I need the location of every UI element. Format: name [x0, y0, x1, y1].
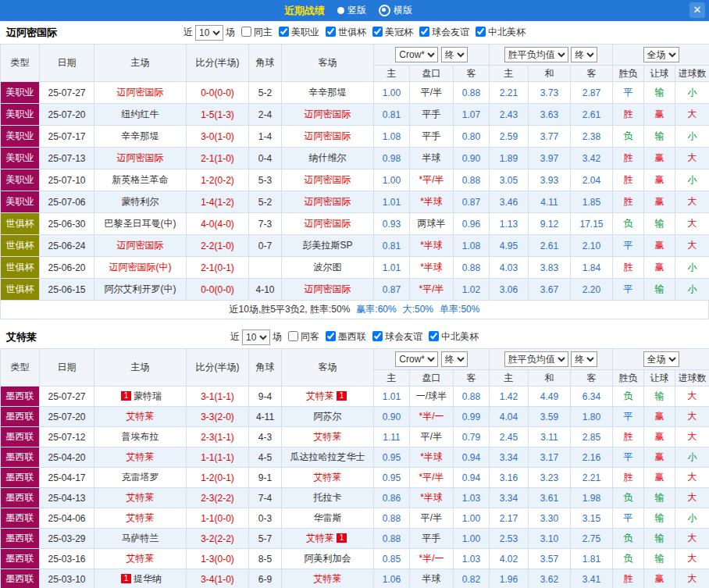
checkbox-icon[interactable]	[419, 27, 429, 37]
europe-home-odds: 2.53	[490, 529, 529, 549]
filter-checkbox[interactable]: 中北美杯	[476, 27, 526, 37]
scope-select[interactable]: 全场	[643, 351, 679, 367]
filter-checkbox[interactable]: 美职业	[279, 27, 319, 37]
checkbox-icon[interactable]	[326, 27, 336, 37]
team-link[interactable]: 迈阿密国际	[305, 109, 351, 119]
team-link[interactable]: 纳什维尔	[309, 152, 347, 163]
result-handicap: 输	[644, 529, 675, 549]
team-link[interactable]: 艾特莱	[126, 553, 155, 564]
match-row: 墨西联25-04-20艾特莱1-1(1-1)4-5瓜达拉哈拉芝华士0.95*半球…	[1, 447, 709, 468]
home-team-cell: 马萨特兰	[94, 529, 187, 549]
team-link[interactable]: 普埃布拉	[122, 431, 159, 442]
filter-checkbox[interactable]: 墨西联	[326, 331, 366, 342]
europe-away-odds: 2.38	[571, 126, 613, 148]
team-link[interactable]: 艾特莱	[306, 533, 334, 543]
final-europe-select[interactable]: 终	[571, 351, 597, 367]
checkbox-icon[interactable]	[326, 331, 336, 341]
league-cell: 墨西联	[1, 407, 40, 427]
team-link[interactable]: 迈阿密国际	[305, 283, 351, 294]
europe-odds-select[interactable]: 胜平负均值	[504, 351, 568, 367]
team-link[interactable]: 艾特莱	[126, 512, 155, 523]
filter-checkbox[interactable]: 球会友谊	[419, 27, 469, 37]
team-link[interactable]: 辛辛那堤	[122, 130, 159, 141]
team-link[interactable]: 托拉卡	[314, 492, 342, 503]
match-row: 墨西联25-07-12普埃布拉2-3(1-1)4-3艾特莱1.11平/半0.79…	[1, 427, 709, 447]
league-cell: 墨西联	[1, 468, 40, 488]
team-link[interactable]: 艾特莱	[314, 573, 342, 584]
team-link[interactable]: 艾特莱	[126, 492, 155, 503]
handicap-away-odds: 1.07	[454, 104, 490, 126]
team-link[interactable]: 艾特莱	[314, 472, 342, 483]
team-link[interactable]: 提华纳	[134, 573, 162, 584]
team-link[interactable]: 阿苏尔	[314, 411, 342, 422]
filter-checkbox[interactable]: 球会友谊	[372, 331, 422, 342]
score-cell: 3-1(1-1)	[187, 387, 249, 407]
filter-checkbox[interactable]: 同主	[241, 27, 273, 37]
checkbox-icon[interactable]	[241, 27, 251, 37]
checkbox-icon[interactable]	[288, 331, 298, 341]
final-odds-select[interactable]: 终	[441, 351, 468, 367]
handicap-line: *半球	[410, 447, 454, 468]
team-link[interactable]: 巴黎圣日耳曼(中)	[105, 218, 176, 229]
checkbox-icon[interactable]	[372, 331, 383, 341]
bookmaker-select[interactable]: Crow*	[395, 47, 438, 62]
team-link[interactable]: 纽约红牛	[122, 109, 159, 119]
team-link[interactable]: 迈阿密国际	[305, 196, 351, 207]
filter-checkbox[interactable]: 美冠杯	[372, 27, 413, 37]
corner-cell: 9-1	[249, 468, 282, 488]
result-handicap: 赢	[644, 407, 675, 427]
team-link[interactable]: 华雷斯	[314, 512, 342, 523]
result-goals: 大	[675, 104, 709, 126]
team-link[interactable]: 新英格兰革命	[112, 174, 169, 185]
team-link[interactable]: 马萨特兰	[122, 533, 159, 543]
corner-cell: 0-4	[249, 148, 282, 169]
close-icon[interactable]: ✕	[689, 2, 705, 18]
checkbox-icon[interactable]	[476, 27, 486, 37]
team-link[interactable]: 迈阿密国际	[305, 218, 351, 229]
team-link[interactable]: 艾特莱	[306, 390, 334, 401]
checkbox-icon[interactable]	[372, 27, 383, 37]
filter-checkbox[interactable]: 同客	[288, 331, 319, 342]
team-link[interactable]: 迈阿密国际	[117, 240, 164, 251]
team-link[interactable]: 迈阿密国际	[305, 174, 351, 185]
team-link[interactable]: 克雷塔罗	[122, 472, 159, 483]
filter-checkbox[interactable]: 中北美杯	[429, 331, 479, 342]
handicap-away-odds: 0.88	[454, 169, 490, 191]
bookmaker-select[interactable]: Crow*	[395, 351, 438, 367]
team-link[interactable]: 艾特莱	[126, 411, 155, 422]
team-link[interactable]: 瓜达拉哈拉芝华士	[290, 451, 365, 462]
europe-odds-select[interactable]: 胜平负均值	[504, 47, 568, 62]
filter-checkbox[interactable]: 世俱杯	[326, 27, 366, 37]
final-odds-select[interactable]: 终	[441, 47, 468, 62]
team-link[interactable]: 艾特莱	[126, 451, 155, 462]
result-handicap: 赢	[644, 427, 675, 447]
team-link[interactable]: 辛辛那堤	[309, 87, 347, 98]
match-count-select[interactable]: 10	[242, 330, 270, 345]
handicap-away-odds: 1.03	[454, 488, 490, 508]
team-link[interactable]: 彭美拉斯SP	[302, 240, 352, 251]
col-date: 日期	[40, 349, 94, 387]
col-result-goals: 进球数	[675, 66, 709, 82]
final-europe-select[interactable]: 终	[571, 47, 597, 62]
match-count-select[interactable]: 10	[195, 25, 223, 41]
checkbox-icon[interactable]	[279, 27, 289, 37]
view-vertical-option[interactable]: 竖版	[337, 4, 366, 17]
checkbox-icon[interactable]	[429, 331, 439, 341]
result-handicap: 输	[644, 126, 675, 148]
team-link[interactable]: 波尔图	[314, 262, 342, 273]
team-link[interactable]: 艾特莱	[314, 431, 342, 442]
team-link[interactable]: 迈阿密国际	[117, 87, 164, 98]
col-europe-home: 主	[490, 370, 529, 387]
team-link[interactable]: 蒙特瑞	[134, 390, 162, 401]
team-link[interactable]: 蒙特利尔	[122, 196, 159, 207]
team-link[interactable]: 迈阿密国际(中)	[109, 262, 172, 273]
score-cell: 2-2(1-0)	[187, 235, 249, 257]
team-link[interactable]: 迈阿密国际	[117, 152, 164, 163]
away-team-cell: 波尔图	[282, 257, 374, 279]
scope-select[interactable]: 全场	[643, 47, 679, 62]
team-link[interactable]: 阿尔艾利开罗(中)	[105, 283, 176, 294]
team-link[interactable]: 阿美利加会	[305, 553, 351, 564]
team-link[interactable]: 迈阿密国际	[305, 130, 351, 141]
view-horizontal-option[interactable]: 横版	[379, 4, 412, 17]
away-team-cell: 迈阿密国际	[282, 279, 374, 301]
